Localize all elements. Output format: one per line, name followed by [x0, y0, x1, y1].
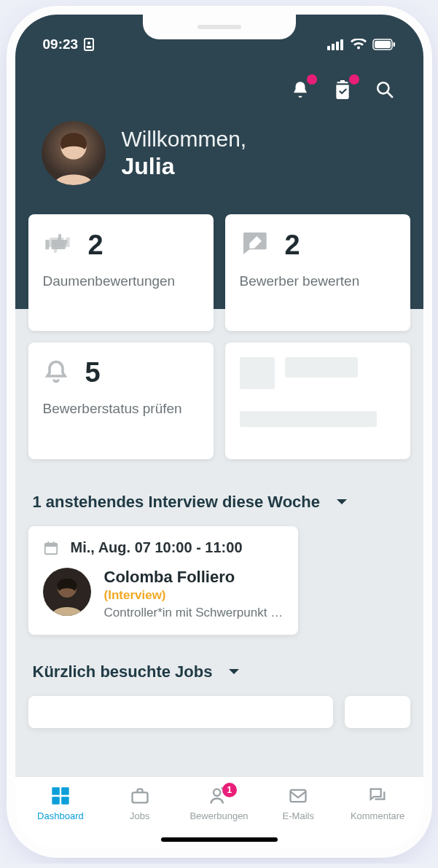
interview-type: (Interview) [104, 588, 283, 603]
recent-job-card[interactable] [345, 696, 410, 728]
svg-rect-3 [327, 46, 330, 50]
wifi-icon [351, 39, 367, 50]
greeting-hello: Willkommen, [122, 127, 247, 152]
recent-jobs-preview [28, 696, 410, 728]
card-check-status[interactable]: 5 Bewerberstatus prüfen [28, 343, 214, 459]
svg-rect-17 [52, 541, 54, 544]
review-icon [240, 229, 269, 261]
interview-card[interactable]: Mi., Aug. 07 10:00 - 11:00 Colomba Folli… [28, 526, 298, 635]
search-icon [375, 80, 394, 99]
search-button[interactable] [374, 79, 396, 101]
svg-rect-6 [340, 39, 343, 50]
svg-rect-22 [52, 797, 60, 805]
card-status-count: 5 [85, 357, 101, 388]
card-thumb-label: Daumenbewertungen [43, 273, 199, 290]
greeting: Willkommen, Julia [37, 121, 402, 185]
greeting-name: Julia [122, 153, 247, 180]
recent-heading-text: Kürzlich besuchte Jobs [33, 662, 213, 681]
svg-rect-9 [393, 42, 395, 47]
app-header: 09:23 [15, 15, 423, 214]
card-rate-count: 2 [285, 230, 300, 261]
placeholder-rect [285, 357, 358, 378]
svg-rect-20 [52, 787, 60, 795]
svg-line-11 [387, 93, 392, 98]
interview-role: Controller*in mit Schwerpunkt L... [104, 606, 283, 620]
tab-comments[interactable]: Kommentare [338, 786, 418, 821]
dashboard-icon [50, 786, 71, 806]
svg-rect-26 [291, 790, 306, 802]
svg-rect-15 [44, 543, 57, 547]
briefcase-icon [130, 786, 150, 806]
bell-outline-icon [43, 359, 69, 388]
header-actions [37, 79, 402, 101]
tab-emails[interactable]: E-Mails [259, 786, 338, 821]
user-avatar[interactable] [42, 121, 106, 185]
apps-badge: 1 [222, 783, 237, 797]
comments-icon [367, 786, 388, 806]
status-time: 09:23 [43, 36, 95, 52]
phone-frame: 09:23 [15, 15, 423, 849]
card-thumb-count: 2 [88, 230, 103, 261]
tab-jobs-label: Jobs [130, 810, 149, 821]
tab-jobs[interactable]: Jobs [100, 786, 179, 821]
svg-point-10 [378, 82, 388, 93]
interview-avatar [43, 568, 91, 616]
svg-rect-16 [47, 541, 49, 544]
interviews-heading-text: 1 anstehendes Interview diese Woche [33, 493, 321, 512]
svg-rect-8 [375, 41, 391, 48]
interviews-heading[interactable]: 1 anstehendes Interview diese Woche [33, 493, 410, 512]
mail-icon [288, 786, 308, 806]
battery-icon [372, 39, 396, 50]
interview-date-text: Mi., Aug. 07 10:00 - 11:00 [71, 539, 243, 556]
calendar-icon [43, 540, 59, 556]
tab-dashboard-label: Dashboard [37, 810, 84, 821]
placeholder-square [240, 357, 275, 389]
clipboard-check-icon [333, 80, 352, 99]
tab-dashboard[interactable]: Dashboard [21, 786, 101, 821]
tasks-badge [349, 74, 359, 85]
chevron-down-icon [336, 498, 348, 507]
svg-point-25 [214, 789, 220, 796]
id-card-icon [84, 38, 94, 51]
svg-rect-23 [61, 797, 69, 805]
bell-icon [291, 80, 310, 99]
recent-heading[interactable]: Kürzlich besuchte Jobs [33, 662, 410, 681]
notifications-button[interactable] [289, 79, 311, 101]
card-rate-applicants[interactable]: 2 Bewerber bewerten [225, 214, 410, 331]
svg-rect-24 [132, 792, 147, 802]
tab-emails-label: E-Mails [283, 810, 314, 821]
svg-rect-4 [332, 44, 335, 50]
svg-rect-21 [61, 787, 69, 795]
card-thumb-ratings[interactable]: 2 Daumenbewertungen [28, 214, 214, 331]
interview-name: Colomba Folliero [104, 568, 283, 587]
notifications-badge [307, 74, 317, 85]
tab-comments-label: Kommentare [351, 810, 404, 821]
notch [143, 15, 296, 39]
clock-text: 09:23 [43, 36, 79, 52]
svg-rect-2 [87, 46, 92, 48]
dashboard-body: 2 Daumenbewertungen 2 Bewerber bewerten [15, 214, 423, 776]
tab-apps-label: Bewerbungen [189, 810, 248, 821]
cellular-icon [327, 39, 345, 50]
svg-point-1 [87, 42, 90, 44]
bottom-tab-bar: Dashboard Jobs 1 Bewerbungen E-Mails Kom… [15, 776, 423, 849]
placeholder-bar [240, 411, 377, 427]
recent-job-card[interactable] [28, 696, 333, 728]
tasks-button[interactable] [332, 79, 353, 101]
card-placeholder [225, 343, 410, 459]
home-indicator [161, 837, 278, 842]
thumbs-icon [43, 229, 72, 261]
card-rate-label: Bewerber bewerten [240, 273, 396, 290]
svg-rect-5 [336, 42, 339, 50]
card-status-label: Bewerberstatus prüfen [43, 400, 199, 418]
tab-applications[interactable]: 1 Bewerbungen [179, 786, 259, 821]
chevron-down-icon [228, 668, 240, 676]
